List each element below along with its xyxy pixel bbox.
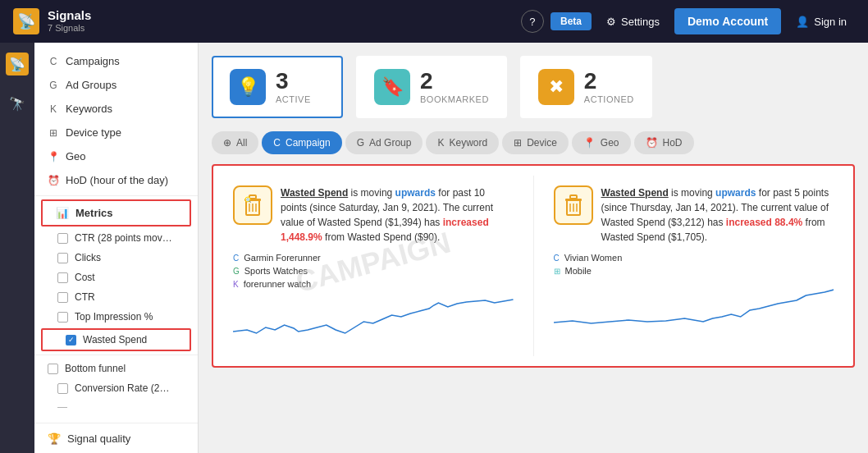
signal-1-from: from Wasted Spend ($90). [325,231,440,243]
bookmarked-label: Bookmarked [420,94,489,104]
actioned-label: Actioned [584,94,634,104]
active-label: Active [276,94,311,104]
metric-cost-label: Cost [75,272,95,283]
signal-1-tag-3: K forerunner watch [233,277,514,291]
metric-wasted-spend-label: Wasted Spend [83,334,147,345]
conversion-rate[interactable]: Conversion Rate (2… [34,378,198,398]
signin-label: Sign in [814,16,847,28]
stat-card-actioned[interactable]: ✖ 2 Actioned [520,56,652,118]
trash-icon-2 [560,192,587,218]
metric-wasted-spend-checkbox[interactable]: ✓ [66,335,76,345]
metrics-header[interactable]: 📊 Metrics [41,199,191,226]
tab-device[interactable]: ⊞ Device [502,131,569,154]
signal-1-tag-2: G Sports Watches [233,264,514,277]
metric-ctr-28[interactable]: CTR (28 points mov… [34,228,198,248]
sidebar-item-device-type[interactable]: ⊞ Device type [34,121,198,144]
tab-hod[interactable]: ⏰ HoD [634,131,694,154]
metric-top-impression-label: Top Impression % [75,311,153,323]
conversion-rate-checkbox[interactable] [57,383,68,394]
signal-1-sparkline [233,299,514,344]
sidebar-item-geo[interactable]: 📍 Geo [34,144,198,168]
tab-ad-group[interactable]: G Ad Group [345,131,423,154]
left-panel: C Campaigns G Ad Groups K Keywords ⊞ Dev… [34,43,199,453]
sidebar-item-keywords[interactable]: K Keywords [34,97,198,121]
metric-cost[interactable]: Cost [34,268,198,287]
tab-bar: ⊕ All C Campaign G Ad Group K Keyword ⊞ … [212,131,855,154]
tab-hod-icon: ⏰ [646,137,658,149]
metric-cost-checkbox[interactable] [57,272,68,283]
signal-1-tags: C Garmin Forerunner G Sports Watches K f… [233,251,514,291]
tab-geo-label: Geo [601,137,619,149]
signin-button[interactable]: 👤 Sign in [788,12,855,31]
metric-top-impression-checkbox[interactable] [57,312,68,323]
sidebar-item-campaigns[interactable]: C Campaigns [34,49,198,73]
logo-area: 📡 Signals 7 Signals [13,8,120,34]
sidebar-icons: 📡 🔭 [0,43,34,453]
help-button[interactable]: ? [521,10,544,33]
header-actions: ? Beta ⚙ Settings Demo Account 👤 Sign in [521,8,855,34]
right-content: 💡 3 Active 🔖 2 Bookmarked ✖ 2 Actioned [199,43,868,453]
geo-label: Geo [66,150,86,162]
tab-geo[interactable]: 📍 Geo [572,131,631,154]
hod-icon: ⏰ [48,175,59,186]
demo-account-button[interactable]: Demo Account [674,8,781,34]
signal-2-icon-box [554,185,593,225]
metric-top-impression[interactable]: Top Impression % [34,307,198,327]
signal-card-2-header: Wasted Spend is moving upwards for past … [554,185,834,245]
metric-clicks[interactable]: Clicks [34,248,198,268]
sidebar-item-signal-quality[interactable]: 🏆 Signal quality [34,427,198,451]
metric-ctr-checkbox[interactable] [57,292,68,303]
metric-clicks-checkbox[interactable] [57,253,68,263]
stats-row: 💡 3 Active 🔖 2 Bookmarked ✖ 2 Actioned [212,56,855,118]
sidebar-icon-signals[interactable]: 📡 [6,53,29,76]
metric-ctr-label: CTR [75,291,95,303]
signal-1-tag-1: C Garmin Forerunner [233,251,514,264]
signal-1-text: Wasted Spend is moving upwards for past … [281,185,514,245]
tab-all-icon: ⊕ [223,137,231,149]
signal-2-tag-2-label: Mobile [565,266,592,276]
stat-card-bookmarked[interactable]: 🔖 2 Bookmarked [356,56,507,118]
tab-keyword[interactable]: K Keyword [426,131,499,154]
signal-2-tag-2: ⊞ Mobile [554,264,834,277]
active-number: 3 [276,70,311,93]
logo-text: Signals 7 Signals [48,8,91,34]
main-layout: 📡 🔭 C Campaigns G Ad Groups K Keywords ⊞… [0,43,868,453]
signal-2-sparkline [554,286,834,331]
sidebar-icon-telescope[interactable]: 🔭 [6,92,29,115]
tab-all[interactable]: ⊕ All [212,131,258,154]
signal-2-tags: C Vivian Women ⊞ Mobile [554,251,834,277]
tab-all-label: All [236,137,247,149]
signal-1-tag-2-label: Sports Watches [244,266,308,276]
svg-rect-10 [570,195,577,199]
sidebar-item-hod[interactable]: ⏰ HoD (hour of the day) [34,168,198,192]
bookmarked-number: 2 [420,70,489,93]
active-info: 3 Active [276,70,311,104]
stat-card-active[interactable]: 💡 3 Active [212,56,343,118]
campaigns-label: Campaigns [66,55,120,67]
sidebar-item-ad-groups[interactable]: G Ad Groups [34,73,198,97]
signal-1-tag-1-label: Garmin Forerunner [244,253,321,263]
metric-wasted-spend[interactable]: ✓ Wasted Spend [41,328,191,351]
tab-campaign[interactable]: C Campaign [262,131,341,154]
device-tag-2-icon: ⊞ [554,267,560,276]
signal-2-direction-pre: is moving [671,187,715,199]
tab-device-icon: ⊞ [514,137,522,149]
ad-groups-icon: G [48,80,59,91]
geo-icon: 📍 [48,151,59,162]
signal-2-direction: upwards [715,187,756,199]
ad-groups-label: Ad Groups [66,79,116,91]
campaign-tag-icon: C [233,254,239,263]
metric-ctr-28-checkbox[interactable] [57,233,68,244]
bookmarked-icon: 🔖 [374,69,410,105]
signal-1-tag-3-label: forerunner watch [244,279,312,289]
tab-geo-icon: 📍 [583,137,596,149]
bottom-funnel-checkbox[interactable] [48,364,58,374]
settings-label: Settings [621,16,660,28]
active-icon: 💡 [230,69,266,105]
user-icon: 👤 [796,16,809,28]
metric-ctr[interactable]: CTR [34,287,198,307]
settings-button[interactable]: ⚙ Settings [598,12,668,31]
bottom-funnel[interactable]: Bottom funnel [34,359,198,378]
trash-icon-1: 🔍 [240,192,266,218]
signal-2-tag-1: C Vivian Women [554,251,834,264]
